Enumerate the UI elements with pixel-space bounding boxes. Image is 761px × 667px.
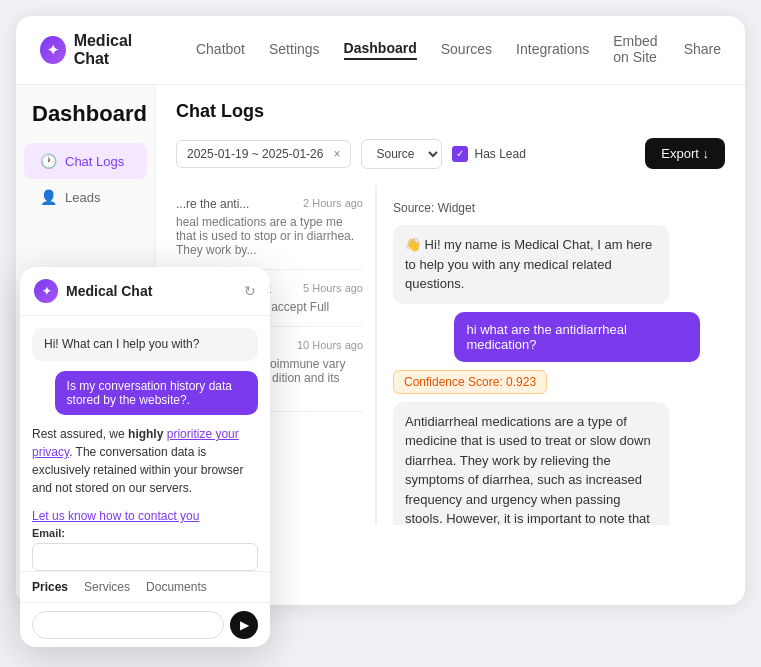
top-nav: ✦ Medical Chat Chatbot Settings Dashboar…	[16, 16, 745, 85]
log-time: 5 Hours ago	[303, 282, 363, 294]
nav-dashboard[interactable]: Dashboard	[344, 40, 417, 60]
table-row[interactable]: ...re the anti... 2 Hours ago heal medic…	[176, 185, 363, 270]
has-lead-label: Has Lead	[474, 147, 525, 161]
nav-settings[interactable]: Settings	[269, 41, 320, 59]
nav-chatbot[interactable]: Chatbot	[196, 41, 245, 59]
sidebar-item-chat-logs[interactable]: 🕐 Chat Logs	[24, 143, 147, 179]
date-filter[interactable]: 2025-01-19 ~ 2025-01-26 ×	[176, 140, 351, 168]
export-button[interactable]: Export ↓	[645, 138, 725, 169]
filter-bar: 2025-01-19 ~ 2025-01-26 × Source ✓ Has L…	[176, 138, 725, 169]
widget-body: Hi! What can I help you with? Is my conv…	[20, 316, 270, 509]
confidence-badge: Confidence Score: 0.923	[393, 370, 547, 394]
bot-message-2: Antidiarrheal medications are a type of …	[393, 402, 669, 526]
widget-brand-icon: ✦	[34, 279, 58, 303]
widget-text-input[interactable]	[32, 611, 224, 639]
chat-detail-messages: 👋 Hi! my name is Medical Chat, I am here…	[393, 225, 700, 525]
chat-detail: Source: Widget 👋 Hi! my name is Medical …	[376, 185, 716, 525]
has-lead-checkbox[interactable]: ✓	[452, 146, 468, 162]
sidebar-item-leads[interactable]: 👤 Leads	[24, 179, 147, 215]
date-filter-close[interactable]: ×	[333, 147, 340, 161]
log-desc: heal medications are a type me that is u…	[176, 215, 363, 257]
widget-bot-msg-2: Rest assured, we highly prioritize your …	[32, 425, 258, 497]
sidebar-leads-label: Leads	[65, 190, 100, 205]
nav-share[interactable]: Share	[684, 41, 721, 59]
widget-brand-name: Medical Chat	[66, 283, 152, 299]
widget-header: ✦ Medical Chat ↻	[20, 267, 270, 316]
nav-brand: ✦ Medical Chat	[40, 32, 164, 68]
brand-icon: ✦	[40, 36, 66, 64]
widget-input-row: ▶	[20, 602, 270, 647]
widget-user-msg-1: Is my conversation history data stored b…	[55, 371, 258, 415]
refresh-icon[interactable]: ↻	[244, 283, 256, 299]
leads-icon: 👤	[40, 189, 57, 205]
user-message: hi what are the antidiarrheal medication…	[454, 312, 700, 362]
tab-prices[interactable]: Prices	[32, 580, 68, 594]
tab-services[interactable]: Services	[84, 580, 130, 594]
date-range-text: 2025-01-19 ~ 2025-01-26	[187, 147, 323, 161]
sidebar-chat-logs-label: Chat Logs	[65, 154, 124, 169]
log-time: 2 Hours ago	[303, 197, 363, 209]
tab-documents[interactable]: Documents	[146, 580, 207, 594]
log-time: 10 Hours ago	[297, 339, 363, 351]
bot-message: 👋 Hi! my name is Medical Chat, I am here…	[393, 225, 669, 304]
send-button[interactable]: ▶	[230, 611, 258, 639]
email-field[interactable]	[32, 543, 258, 571]
nav-embed[interactable]: Embed on Site	[613, 33, 659, 67]
contact-section: Let us know how to contact you Email:	[20, 509, 270, 571]
chat-logs-icon: 🕐	[40, 153, 57, 169]
contact-text: Let us know how to	[32, 509, 138, 523]
source-select[interactable]: Source	[361, 139, 442, 169]
contact-label: Let us know how to contact you	[32, 509, 258, 523]
chat-widget: ✦ Medical Chat ↻ Hi! What can I help you…	[20, 267, 270, 647]
log-preview: ...re the anti...	[176, 197, 295, 211]
widget-tabs: Prices Services Documents	[20, 571, 270, 602]
widget-bot-msg-1: Hi! What can I help you with?	[32, 328, 258, 361]
has-lead-filter[interactable]: ✓ Has Lead	[452, 146, 525, 162]
nav-integrations[interactable]: Integrations	[516, 41, 589, 59]
nav-sources[interactable]: Sources	[441, 41, 492, 59]
contact-link[interactable]: contact you	[138, 509, 199, 523]
dashboard-title: Dashboard	[16, 101, 155, 143]
nav-links: Chatbot Settings Dashboard Sources Integ…	[196, 33, 721, 67]
brand-name: Medical Chat	[74, 32, 164, 68]
widget-brand: ✦ Medical Chat	[34, 279, 152, 303]
source-label: Source: Widget	[393, 201, 700, 215]
log-item-header: ...re the anti... 2 Hours ago	[176, 197, 363, 211]
content-title: Chat Logs	[176, 101, 725, 122]
email-label: Email:	[32, 527, 258, 539]
